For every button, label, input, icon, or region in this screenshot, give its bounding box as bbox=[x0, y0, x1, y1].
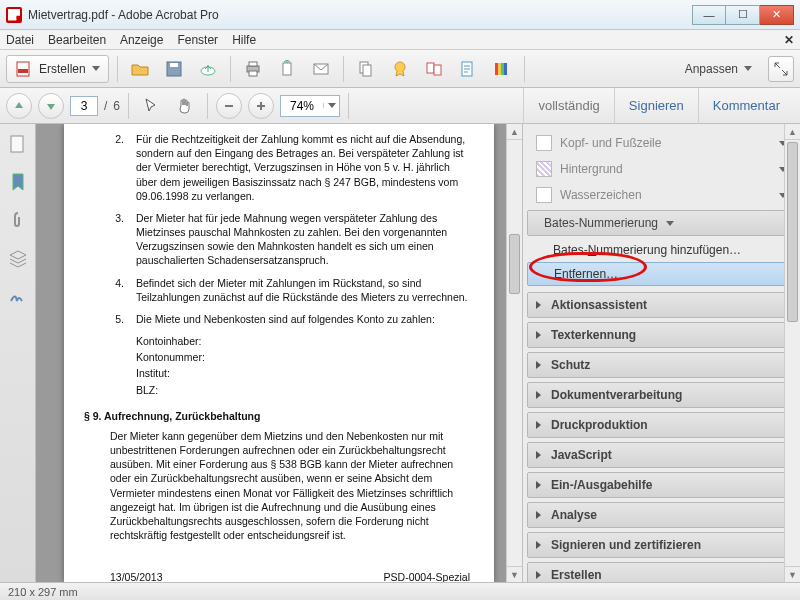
tab-vollstaendig[interactable]: vollständig bbox=[523, 88, 613, 124]
menu-bar: Datei Bearbeiten Anzeige Fenster Hilfe ✕ bbox=[0, 30, 800, 50]
tool-druckproduktion[interactable]: Druckproduktion bbox=[527, 412, 796, 438]
scroll-thumb[interactable] bbox=[509, 234, 520, 294]
tool-schutz[interactable]: Schutz bbox=[527, 352, 796, 378]
para-4: Befindet sich der Mieter mit Zahlungen i… bbox=[136, 276, 470, 304]
bates-add[interactable]: Bates-Nummerierung hinzufügen… bbox=[527, 238, 796, 262]
cloud-button[interactable] bbox=[194, 56, 222, 82]
main-toolbar: Erstellen Anpassen bbox=[0, 50, 800, 88]
fullscreen-button[interactable] bbox=[768, 56, 794, 82]
bookmark-icon[interactable] bbox=[8, 172, 28, 192]
arrow-up-icon bbox=[13, 100, 25, 112]
page-down-button[interactable] bbox=[38, 93, 64, 119]
scroll-down-icon[interactable]: ▼ bbox=[785, 566, 800, 582]
menu-anzeige[interactable]: Anzeige bbox=[120, 33, 163, 47]
page-date: 13/05/2013 bbox=[110, 570, 163, 582]
create-button[interactable]: Erstellen bbox=[6, 55, 109, 83]
arrow-down-icon bbox=[45, 100, 57, 112]
page-up-button[interactable] bbox=[6, 93, 32, 119]
zoom-input[interactable] bbox=[281, 99, 323, 113]
folder-open-icon bbox=[131, 60, 149, 78]
tool-analyse[interactable]: Analyse bbox=[527, 502, 796, 528]
maximize-button[interactable]: ☐ bbox=[726, 5, 760, 25]
open-button[interactable] bbox=[126, 56, 154, 82]
tool-bates-header[interactable]: Bates-Nummerierung bbox=[527, 210, 796, 236]
panel-vscrollbar[interactable]: ▲ ▼ bbox=[784, 124, 800, 582]
page-total: 6 bbox=[113, 99, 120, 113]
zoom-combo[interactable] bbox=[280, 95, 340, 117]
signatures-icon[interactable] bbox=[8, 286, 28, 306]
menu-fenster[interactable]: Fenster bbox=[177, 33, 218, 47]
menu-hilfe[interactable]: Hilfe bbox=[232, 33, 256, 47]
expand-icon bbox=[774, 62, 788, 76]
tool-header-footer[interactable]: Kopf- und Fußzeile bbox=[527, 130, 796, 156]
tool-signieren[interactable]: Signieren und zertifizieren bbox=[527, 532, 796, 558]
tool-dokumentverarbeitung[interactable]: Dokumentverarbeitung bbox=[527, 382, 796, 408]
rainbow-icon bbox=[493, 60, 511, 78]
tool-eingabehilfe[interactable]: Ein-/Ausgabehilfe bbox=[527, 472, 796, 498]
create-pdf-icon bbox=[15, 60, 33, 78]
badge-icon bbox=[391, 60, 409, 78]
page-nav-toolbar: / 6 vollständig Signieren Kommentar bbox=[0, 88, 800, 124]
printer-icon bbox=[244, 60, 262, 78]
cloud-icon bbox=[199, 60, 217, 78]
tool-background[interactable]: Hintergrund bbox=[527, 156, 796, 182]
menu-bearbeiten[interactable]: Bearbeiten bbox=[48, 33, 106, 47]
customize-menu[interactable]: Anpassen bbox=[685, 62, 752, 76]
tool-texterkennung[interactable]: Texterkennung bbox=[527, 322, 796, 348]
scroll-up-icon[interactable]: ▲ bbox=[507, 124, 522, 140]
tab-signieren[interactable]: Signieren bbox=[614, 88, 698, 124]
doc-vscrollbar[interactable]: ▲ ▼ bbox=[506, 124, 522, 582]
share-icon bbox=[278, 60, 296, 78]
print-button[interactable] bbox=[239, 56, 267, 82]
status-bar: 210 x 297 mm bbox=[0, 582, 800, 600]
tool-javascript[interactable]: JavaScript bbox=[527, 442, 796, 468]
close-button[interactable]: ✕ bbox=[760, 5, 794, 25]
svg-rect-1 bbox=[18, 69, 28, 73]
mdi-close-icon[interactable]: ✕ bbox=[784, 33, 794, 47]
pages-button[interactable] bbox=[352, 56, 380, 82]
scroll-up-icon[interactable]: ▲ bbox=[785, 124, 800, 140]
para-3: Der Mieter hat für jede Mahnung wegen ve… bbox=[136, 211, 470, 268]
svg-rect-11 bbox=[363, 65, 371, 76]
bates-stamp: PSD-0004-Spezial bbox=[384, 570, 470, 582]
watermark-icon bbox=[536, 187, 552, 203]
minimize-button[interactable]: — bbox=[692, 5, 726, 25]
hand-tool[interactable] bbox=[171, 93, 199, 119]
combine-button[interactable] bbox=[420, 56, 448, 82]
email-button[interactable] bbox=[307, 56, 335, 82]
svg-rect-17 bbox=[498, 63, 501, 75]
svg-rect-14 bbox=[434, 65, 441, 75]
tool-aktionsassistent[interactable]: Aktionsassistent bbox=[527, 292, 796, 318]
chevron-down-icon bbox=[744, 66, 752, 71]
svg-rect-16 bbox=[495, 63, 498, 75]
select-tool[interactable] bbox=[137, 93, 165, 119]
svg-rect-6 bbox=[249, 62, 257, 66]
edit-button[interactable] bbox=[454, 56, 482, 82]
window-titlebar: Mietvertrag.pdf - Adobe Acrobat Pro — ☐ … bbox=[0, 0, 800, 30]
color-button[interactable] bbox=[488, 56, 516, 82]
attachment-icon[interactable] bbox=[8, 210, 28, 230]
scroll-thumb[interactable] bbox=[787, 142, 798, 322]
review-button[interactable] bbox=[386, 56, 414, 82]
tool-erstellen[interactable]: Erstellen bbox=[527, 562, 796, 582]
zoom-in-button[interactable] bbox=[248, 93, 274, 119]
tool-watermark[interactable]: Wasserzeichen bbox=[527, 182, 796, 208]
zoom-out-button[interactable] bbox=[216, 93, 242, 119]
menu-datei[interactable]: Datei bbox=[6, 33, 34, 47]
thumbnails-icon[interactable] bbox=[8, 134, 28, 154]
page-sep: / bbox=[104, 99, 107, 113]
bates-remove[interactable]: Entfernen… bbox=[527, 262, 796, 286]
combine-icon bbox=[425, 60, 443, 78]
section-9-body: Der Mieter kann gegenüber dem Mietzins u… bbox=[110, 429, 470, 542]
field-blz: BLZ: bbox=[136, 383, 470, 397]
document-viewport[interactable]: 2.Für die Rechtzeitigkeit der Zahlung ko… bbox=[36, 124, 522, 582]
tab-kommentar[interactable]: Kommentar bbox=[698, 88, 794, 124]
save-button[interactable] bbox=[160, 56, 188, 82]
layers-icon[interactable] bbox=[8, 248, 28, 268]
share-button[interactable] bbox=[273, 56, 301, 82]
page-number-input[interactable] bbox=[70, 96, 98, 116]
field-kontoinhaber: Kontoinhaber: bbox=[136, 334, 470, 348]
page-size: 210 x 297 mm bbox=[8, 586, 78, 598]
scroll-down-icon[interactable]: ▼ bbox=[507, 566, 522, 582]
pdf-page: 2.Für die Rechtzeitigkeit der Zahlung ko… bbox=[64, 124, 494, 582]
